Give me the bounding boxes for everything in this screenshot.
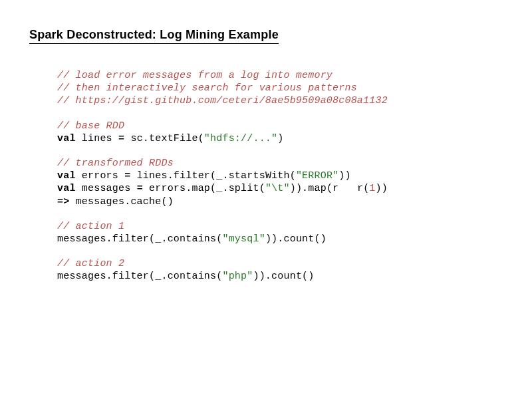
spacer [57, 208, 503, 220]
slide-title: Spark Deconstructed: Log Mining Example [29, 28, 279, 44]
code-comment: // action 1 [57, 220, 503, 233]
spacer [57, 108, 503, 120]
code-comment: // load error messages from a log into m… [57, 69, 503, 82]
code-line: val errors = lines.filter(_.startsWith("… [57, 170, 503, 182]
code-line: val lines = sc.textFile("hdfs://...") [57, 132, 503, 145]
title-part1: Spark Deconstructed: [29, 28, 156, 41]
slide: Spark Deconstructed: Log Mining Example … [0, 0, 532, 283]
code-comment: // then interactively search for various… [57, 82, 503, 94]
title-part2: Log Mining Example [156, 28, 279, 41]
code-line: messages.filter(_.contains("mysql")).cou… [57, 233, 503, 245]
code-comment: // transformed RDDs [57, 157, 503, 170]
code-line: val messages = errors.map(_.split("\t"))… [57, 182, 503, 195]
code-block: // load error messages from a log into m… [57, 69, 503, 283]
spacer [57, 145, 503, 157]
code-comment: // https://gist.github.com/ceteri/8ae5b9… [57, 94, 503, 107]
code-line: messages.filter(_.contains("php")).count… [57, 270, 503, 283]
code-comment: // base RDD [57, 120, 503, 132]
code-line: => messages.cache() [57, 196, 503, 208]
spacer [57, 245, 503, 257]
code-comment: // action 2 [57, 257, 503, 270]
